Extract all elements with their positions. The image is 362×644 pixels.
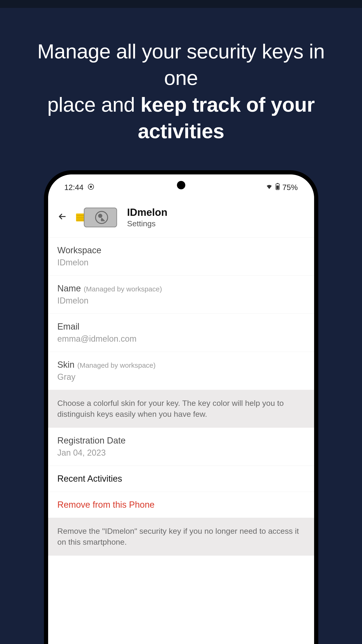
remove-from-phone-row[interactable]: Remove from this Phone	[48, 492, 314, 518]
skin-label: Skin (Managed by workspace)	[58, 360, 305, 370]
svg-rect-6	[76, 215, 85, 216]
remove-from-phone-label: Remove from this Phone	[58, 500, 305, 510]
recent-activities-label: Recent Activities	[58, 474, 305, 484]
svg-point-1	[90, 186, 92, 188]
name-value: IDmelon	[58, 296, 305, 306]
back-arrow-icon[interactable]	[58, 212, 67, 223]
wifi-icon	[266, 183, 273, 192]
hero-line2b: keep track of your activities	[138, 93, 315, 142]
security-key-icon	[76, 205, 118, 230]
phone-side-button-1	[318, 309, 318, 360]
svg-rect-7	[76, 217, 85, 218]
skin-hint: (Managed by workspace)	[77, 362, 156, 369]
app-title: IDmelon	[127, 206, 168, 218]
email-value: emma@idmelon.com	[58, 334, 305, 344]
email-row[interactable]: Email emma@idmelon.com	[48, 314, 314, 352]
recent-activities-row[interactable]: Recent Activities	[48, 466, 314, 492]
app-header: IDmelon Settings	[48, 195, 314, 238]
battery-icon	[275, 183, 280, 192]
svg-rect-4	[276, 185, 279, 189]
phone-side-button-2	[318, 382, 318, 414]
phone-frame: 12:44 75%	[44, 170, 318, 644]
app-subtitle: Settings	[127, 219, 168, 228]
status-time: 12:44	[64, 183, 84, 192]
camera-notch	[177, 181, 185, 189]
registration-date-label: Registration Date	[58, 436, 305, 446]
hero-text: Manage all your security keys in one pla…	[18, 38, 344, 145]
name-row[interactable]: Name (Managed by workspace) IDmelon	[48, 276, 314, 314]
name-label: Name (Managed by workspace)	[58, 284, 305, 294]
name-hint: (Managed by workspace)	[84, 285, 162, 293]
skin-value: Gray	[58, 372, 305, 382]
workspace-value: IDmelon	[58, 258, 305, 268]
promo-topbar	[0, 0, 362, 8]
svg-point-11	[98, 214, 102, 218]
registration-date-row: Registration Date Jan 04, 2023	[48, 428, 314, 466]
email-label: Email	[58, 322, 305, 332]
skin-info-text: Choose a colorful skin for your key. The…	[48, 390, 314, 428]
hero-section: Manage all your security keys in one pla…	[0, 8, 362, 152]
workspace-row[interactable]: Workspace IDmelon	[48, 238, 314, 276]
status-app-icon	[88, 183, 94, 192]
hero-line1: Manage all your security keys in one	[37, 40, 324, 89]
battery-percent: 75%	[282, 183, 298, 192]
hero-line2a: place and	[47, 93, 140, 116]
trailing-space	[48, 556, 314, 644]
workspace-label: Workspace	[58, 245, 305, 255]
svg-rect-8	[76, 220, 85, 221]
skin-row[interactable]: Skin (Managed by workspace) Gray	[48, 352, 314, 390]
registration-date-value: Jan 04, 2023	[58, 448, 305, 458]
remove-info-text: Remove the "IDmelon" security key if you…	[48, 518, 314, 556]
